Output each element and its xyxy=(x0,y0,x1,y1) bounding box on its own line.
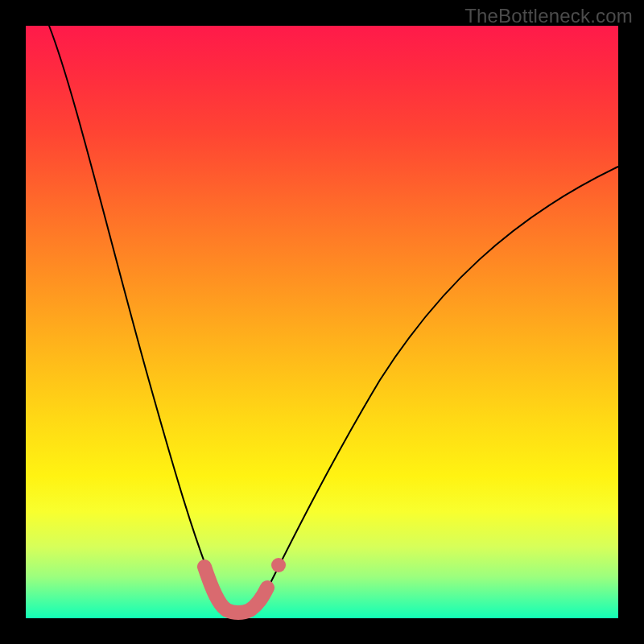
optimal-region-dot xyxy=(271,558,286,572)
chart-frame: TheBottleneck.com xyxy=(0,0,644,644)
optimal-region-marker xyxy=(204,567,267,613)
watermark-text: TheBottleneck.com xyxy=(464,5,633,27)
curve-layer xyxy=(26,26,618,618)
bottleneck-curve xyxy=(49,26,618,616)
plot-area xyxy=(26,26,618,618)
